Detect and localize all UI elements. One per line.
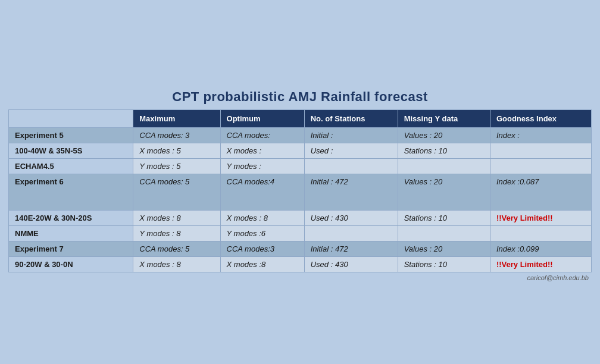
table-row: Experiment 5CCA modes: 3CCA modes:Initia… — [9, 127, 592, 143]
table-cell: X modes : 8 — [133, 210, 220, 225]
table-cell: Used : 430 — [304, 256, 398, 272]
table-cell: Experiment 5 — [9, 127, 133, 143]
table-cell: Used : — [304, 143, 398, 158]
table-cell: Initial : — [304, 127, 398, 143]
table-cell — [398, 225, 490, 241]
table-row: 140E-20W & 30N-20SX modes : 8X modes : 8… — [9, 210, 592, 225]
table-cell — [490, 225, 591, 241]
table-cell: Y modes :6 — [220, 225, 304, 241]
table-cell: Initial : 472 — [304, 241, 398, 256]
table-cell: CCA modes:4 — [220, 174, 304, 210]
table-cell: X modes : 5 — [133, 143, 220, 158]
table-cell: Values : 20 — [398, 127, 490, 143]
table-cell: X modes : 8 — [133, 256, 220, 272]
table-cell: Used : 430 — [304, 210, 398, 225]
table-cell: Stations : 10 — [398, 143, 490, 158]
table-cell: CCA modes: — [220, 127, 304, 143]
table-cell: X modes : 8 — [220, 210, 304, 225]
table-cell: NMME — [9, 225, 133, 241]
table-cell: X modes :8 — [220, 256, 304, 272]
col-header-5: Goodness Index — [490, 109, 591, 127]
header-row: Maximum Optimum No. of Stations Missing … — [9, 109, 592, 127]
col-header-1: Maximum — [133, 109, 220, 127]
table-cell: Experiment 6 — [9, 174, 133, 210]
table-cell: Index :0.087 — [490, 174, 591, 210]
table-cell: 90-20W & 30-0N — [9, 256, 133, 272]
table-row: Experiment 7CCA modes: 5CCA modes:3Initi… — [9, 241, 592, 256]
table-cell: Experiment 7 — [9, 241, 133, 256]
table-cell: CCA modes: 5 — [133, 241, 220, 256]
table-cell: Y modes : 5 — [133, 158, 220, 174]
table-row: 100-40W & 35N-5SX modes : 5X modes :Used… — [9, 143, 592, 158]
table-row: NMMEY modes : 8Y modes :6 — [9, 225, 592, 241]
page-title: CPT probabilistic AMJ Rainfall forecast — [8, 83, 592, 109]
table-cell — [304, 158, 398, 174]
table-cell: Values : 20 — [398, 241, 490, 256]
table-cell: 140E-20W & 30N-20S — [9, 210, 133, 225]
table-cell: X modes : — [220, 143, 304, 158]
table-cell: Y modes : — [220, 158, 304, 174]
table-cell — [490, 158, 591, 174]
table-cell: CCA modes:3 — [220, 241, 304, 256]
table-cell: CCA modes: 3 — [133, 127, 220, 143]
table-cell: Index : — [490, 127, 591, 143]
col-header-3: No. of Stations — [304, 109, 398, 127]
main-container: CPT probabilistic AMJ Rainfall forecast … — [8, 83, 592, 281]
col-header-2: Optimum — [220, 109, 304, 127]
table-cell: Index :0.099 — [490, 241, 591, 256]
table-cell: !!Very Limited!! — [490, 256, 591, 272]
table-cell: Y modes : 8 — [133, 225, 220, 241]
table-cell: ECHAM4.5 — [9, 158, 133, 174]
table-row: 90-20W & 30-0NX modes : 8X modes :8Used … — [9, 256, 592, 272]
table-row: Experiment 6CCA modes: 5CCA modes:4Initi… — [9, 174, 592, 210]
table-cell — [304, 225, 398, 241]
data-table: Maximum Optimum No. of Stations Missing … — [8, 109, 592, 272]
footer-text: caricof@cimh.edu.bb — [8, 272, 592, 281]
table-cell: 100-40W & 35N-5S — [9, 143, 133, 158]
table-cell: Values : 20 — [398, 174, 490, 210]
table-row: ECHAM4.5Y modes : 5Y modes : — [9, 158, 592, 174]
table-cell: CCA modes: 5 — [133, 174, 220, 210]
col-header-4: Missing Y data — [398, 109, 490, 127]
table-cell: Stations : 10 — [398, 256, 490, 272]
table-cell: !!Very Limited!! — [490, 210, 591, 225]
table-cell — [398, 158, 490, 174]
table-cell: Stations : 10 — [398, 210, 490, 225]
col-header-0 — [9, 109, 133, 127]
table-cell — [490, 143, 591, 158]
table-cell: Initial : 472 — [304, 174, 398, 210]
